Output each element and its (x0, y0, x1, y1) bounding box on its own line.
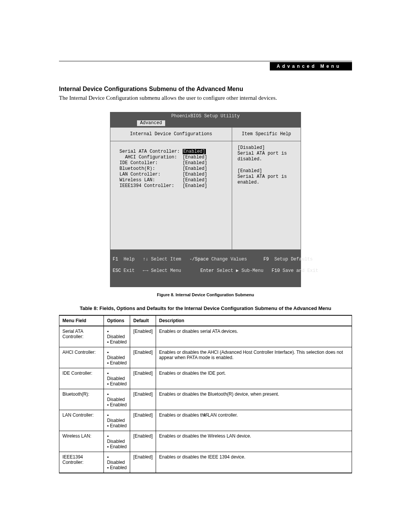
cell-menu-field: IEEE1394 Controller: (59, 452, 104, 473)
bios-help-block: [Enabled] Serial ATA port is enabled. (237, 168, 296, 185)
header-bar: Advanced Menu (59, 62, 352, 70)
bios-setting-value[interactable]: [Enabled] (183, 160, 207, 166)
bios-setting-label: IEEE1394 Controller: (119, 183, 183, 189)
option-item: Enabled (107, 339, 127, 345)
table-row: Serial ATA Controller:DisabledEnabled[En… (59, 326, 352, 347)
cell-description: Enables or disables serial ATA devices. (156, 326, 352, 347)
option-item: Enabled (107, 360, 127, 366)
table-header-row: Menu Field Options Default Description (59, 315, 352, 326)
bios-setting-value[interactable]: [Enabled] (183, 166, 207, 171)
cell-menu-field: IDE Controller: (59, 368, 104, 389)
bios-body: Internal Device Configurations Serial AT… (110, 127, 301, 249)
bios-setting-value[interactable]: [Enabled] (183, 183, 207, 189)
option-item: Enabled (107, 423, 127, 428)
bios-setting-row[interactable]: Serial ATA Controller: Enabled] (119, 149, 227, 155)
option-item: Disabled (107, 391, 127, 402)
table-row: IDE Controller:DisabledEnabled[Enabled]E… (59, 368, 352, 389)
section-title: Internal Device Configurations Submenu o… (59, 86, 352, 93)
cell-default: [Enabled] (130, 431, 156, 452)
bios-setting-row[interactable]: IDE Contoller: [Enabled] (119, 160, 227, 166)
option-item: Enabled (107, 465, 127, 470)
bios-setting-row[interactable]: Bluetooth(R): [Enabled] (119, 166, 227, 172)
table-row: Bluetooth(R):DisabledEnabled[Enabled]Ena… (59, 389, 352, 410)
option-item: Disabled (107, 433, 127, 444)
bios-tab-advanced[interactable]: Advanced (137, 120, 165, 126)
bios-setting-row[interactable]: AHCI Configuration: [Enabled] (119, 155, 227, 160)
bios-setting-label: LAN Controller: (119, 172, 183, 177)
cell-description: Enables or disables the Bluetooth(R) dev… (156, 389, 352, 410)
bios-setting-label: Bluetooth(R): (119, 166, 183, 171)
bios-setting-value[interactable]: Enabled] (183, 149, 206, 154)
option-item: Enabled (107, 402, 127, 407)
cell-default: [Enabled] (130, 326, 156, 347)
cell-default: [Enabled] (130, 347, 156, 368)
bios-menubar: Advanced (110, 120, 301, 127)
figure-caption: Figure 8. Internal Device Configuration … (59, 292, 352, 297)
option-item: Disabled (107, 329, 127, 339)
bios-setting-value[interactable]: [Enabled] (183, 177, 207, 183)
bios-screen: PhoenixBIOS Setup Utility Advanced Inter… (110, 112, 301, 287)
option-item: Enabled (107, 381, 127, 387)
cell-default: [Enabled] (130, 452, 156, 473)
th-description: Description (156, 315, 352, 326)
bios-left-title: Internal Device Configurations (110, 128, 232, 141)
bios-settings-list: Serial ATA Controller: Enabled] AHCI Con… (110, 141, 232, 242)
th-menu-field: Menu Field (59, 315, 104, 326)
page: Advanced Menu Internal Device Configurat… (0, 0, 411, 532)
cell-options: DisabledEnabled (104, 389, 130, 410)
option-item: Disabled (107, 371, 127, 381)
bios-setting-row[interactable]: IEEE1394 Controller: [Enabled] (119, 183, 227, 189)
bios-setting-label: Serial ATA Controller: (119, 149, 183, 154)
bios-right-pane: Item Specific Help [Disabled] Serial ATA… (232, 128, 301, 249)
cell-default: [Enabled] (130, 389, 156, 410)
bios-setting-label: Wireless LAN: (119, 177, 183, 183)
cell-description: Enables or disables the IDE port. (156, 368, 352, 389)
cell-options: DisabledEnabled (104, 431, 130, 452)
header-rule (59, 61, 352, 61)
table-row: Wireless LAN:DisabledEnabled[Enabled]Ena… (59, 431, 352, 452)
cell-menu-field: Bluetooth(R): (59, 389, 104, 410)
bios-right-title: Item Specific Help (232, 128, 301, 141)
bios-help-text: [Disabled] Serial ATA port is disabled.[… (232, 141, 301, 249)
th-default: Default (130, 315, 156, 326)
bios-title: PhoenixBIOS Setup Utility (110, 112, 301, 120)
cell-default: [Enabled] (130, 368, 156, 389)
bios-setting-row[interactable]: LAN Controller: [Enabled] (119, 172, 227, 177)
bios-help-block: [Disabled] Serial ATA port is disabled. (237, 145, 296, 162)
bios-left-pane: Internal Device Configurations Serial AT… (110, 128, 232, 249)
cell-options: DisabledEnabled (104, 347, 130, 368)
cell-options: DisabledEnabled (104, 368, 130, 389)
bios-setting-label: IDE Contoller: (119, 160, 183, 166)
th-options: Options (104, 315, 130, 326)
bios-setting-value[interactable]: [Enabled] (183, 172, 207, 177)
bios-setting-value[interactable]: [Enabled] (183, 155, 207, 160)
page-number: 15 (0, 412, 411, 418)
cell-menu-field: Wireless LAN: (59, 431, 104, 452)
bios-setting-label: AHCI Configuration: (119, 155, 183, 160)
cell-options: DisabledEnabled (104, 326, 130, 347)
option-item: Enabled (107, 444, 127, 449)
table-row: IEEE1394 Controller:DisabledEnabled[Enab… (59, 452, 352, 473)
cell-description: Enables or disables the IEEE 1394 device… (156, 452, 352, 473)
options-table: Menu Field Options Default Description S… (59, 315, 352, 473)
cell-menu-field: AHCI Controller: (59, 347, 104, 368)
cell-description: Enables or disables the AHCI (Advanced H… (156, 347, 352, 368)
header-tab: Advanced Menu (270, 62, 352, 70)
bios-setting-row[interactable]: Wireless LAN: [Enabled] (119, 177, 227, 183)
cell-description: Enables or disables the Wireless LAN dev… (156, 431, 352, 452)
section-intro: The Internal Device Configuration submen… (59, 95, 352, 101)
table-row: AHCI Controller:DisabledEnabled[Enabled]… (59, 347, 352, 368)
option-item: Disabled (107, 454, 127, 465)
cell-menu-field: Serial ATA Controller: (59, 326, 104, 347)
cell-options: DisabledEnabled (104, 452, 130, 473)
bios-footer: F1 Help ↑↓ Select Item -/Space Change Va… (110, 249, 301, 287)
option-item: Disabled (107, 350, 127, 360)
table-title: Table 8: Fields, Options and Defaults fo… (59, 305, 352, 311)
